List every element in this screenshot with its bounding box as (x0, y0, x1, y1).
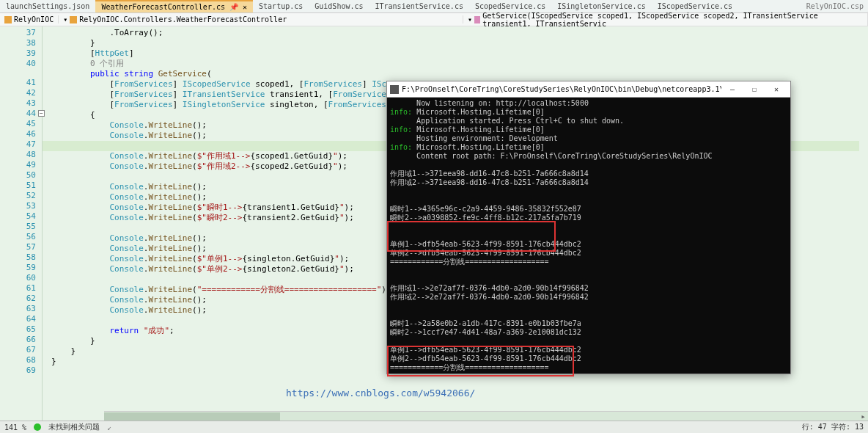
method-icon (474, 16, 480, 23)
app-icon (390, 85, 399, 94)
zoom-level[interactable]: 141 % (4, 423, 26, 432)
highlight-box-2 (387, 346, 574, 376)
horizontal-scrollbar[interactable]: ◂ ▸ (104, 411, 868, 421)
close-icon[interactable]: ✕ (243, 3, 247, 11)
cursor-position: 行: 47 字符: 13 (802, 422, 864, 432)
tab-isingletonservice[interactable]: ISingletonService.cs (551, 1, 651, 12)
console-window[interactable]: F:\ProOnself\CoreTring\CoreStudySeries\R… (386, 81, 791, 374)
status-ok-icon (34, 423, 41, 431)
chevron-down-icon: ▾ (468, 15, 472, 23)
context-bar: RelyOnIOC ▾RelyOnIOC.Controllers.Weather… (0, 13, 868, 26)
context-class-label: RelyOnIOC.Controllers.WeatherForecastCon… (79, 15, 287, 23)
context-project-label: RelyOnIOC (14, 15, 54, 23)
chevron-down-icon: ▾ (63, 15, 67, 23)
csharp-icon (4, 16, 12, 23)
close-button[interactable]: ✕ (765, 85, 787, 93)
tab-itransientservice[interactable]: ITransientService.cs (369, 1, 469, 12)
tab-overflow[interactable]: RelyOnIOC.csp (806, 2, 868, 10)
console-title: F:\ProOnself\CoreTring\CoreStudySeries\R… (402, 85, 721, 93)
status-bar: 141 % 未找到相关问题 ↙ 行: 47 字符: 13 (0, 421, 868, 433)
ln: 37 (0, 28, 36, 38)
tab-iscopedservice[interactable]: IScopedService.cs (652, 1, 738, 12)
class-icon (70, 16, 77, 23)
issues-label[interactable]: 未找到相关问题 (48, 422, 100, 432)
context-member-label: GetService(IScopedService scoped1, IScop… (482, 12, 863, 28)
tab-weatherforecastcontroller[interactable]: WeatherForecastController.cs 📌 ✕ (95, 0, 253, 12)
maximize-button[interactable]: ☐ (743, 85, 765, 93)
fold-toggle[interactable]: − (38, 110, 45, 117)
line-numbers: 37 38 39 40 41 42 43 44 45 46 47 48 49 5… (0, 26, 43, 421)
console-titlebar[interactable]: F:\ProOnself\CoreTring\CoreStudySeries\R… (387, 81, 790, 98)
minimize-button[interactable]: — (721, 85, 743, 93)
tab-label: WeatherForecastController.cs (101, 3, 225, 11)
highlight-box-1 (387, 221, 556, 252)
pin-icon[interactable]: 📌 (229, 3, 238, 11)
tab-scopedservice[interactable]: ScopedService.cs (469, 1, 551, 12)
tab-launchsettings[interactable]: launchSettings.json (0, 1, 95, 12)
context-member[interactable]: ▾GetService(IScopedService scoped1, ISco… (463, 12, 868, 28)
scrollbar-thumb[interactable] (104, 412, 280, 421)
tab-startup[interactable]: Startup.cs (253, 1, 309, 12)
watermark-link: https://www.cnblogs.com/w5942066/ (286, 387, 475, 399)
context-class[interactable]: ▾RelyOnIOC.Controllers.WeatherForecastCo… (59, 15, 463, 23)
tab-guidshow[interactable]: GuidShow.cs (309, 1, 369, 12)
context-project[interactable]: RelyOnIOC (0, 15, 59, 23)
